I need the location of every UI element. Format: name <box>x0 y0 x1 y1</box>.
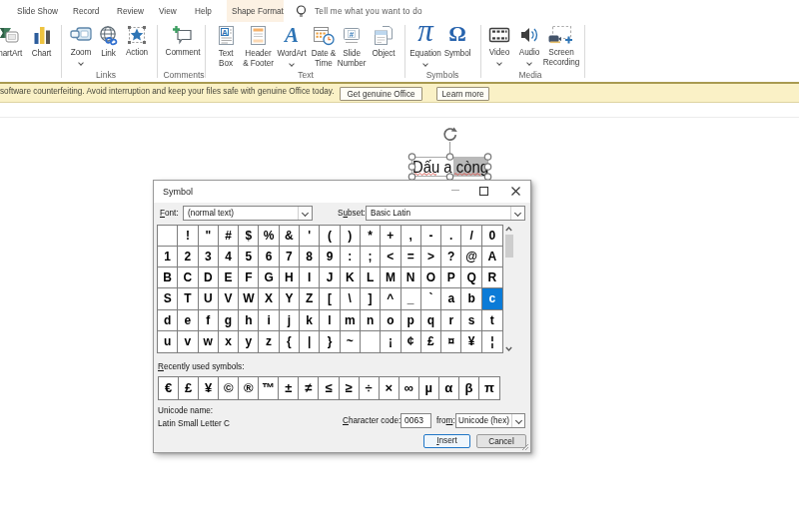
svg-text:π: π <box>417 25 434 46</box>
svg-text:A: A <box>283 25 299 46</box>
svg-text:#: # <box>350 30 355 39</box>
svg-text:Ω: Ω <box>448 25 466 46</box>
svg-text:A: A <box>222 28 228 37</box>
